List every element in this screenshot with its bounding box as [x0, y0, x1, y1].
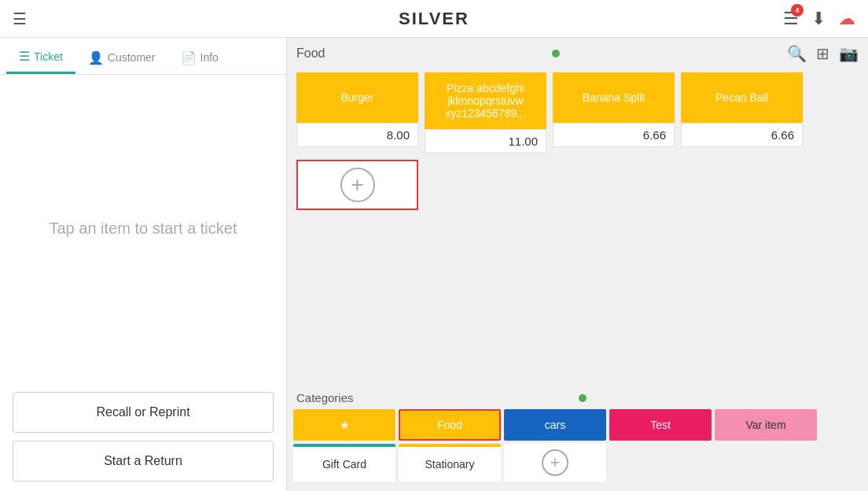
item-pizza-name: Pizza abcdefghi jklmnopqrstuvw xyz123456…: [425, 72, 546, 129]
item-banana[interactable]: Banana Split 6.66: [553, 72, 675, 153]
categories-status-dot: [579, 394, 587, 402]
ticket-icon: ☰: [19, 49, 30, 64]
tabs: ☰ Ticket 👤 Customer 📄 Info: [0, 38, 286, 75]
item-pecan-price: 6.66: [681, 123, 803, 147]
notifications-button[interactable]: ☰ 4: [783, 9, 799, 29]
tab-info-label: Info: [200, 51, 219, 64]
main-content: ☰ Ticket 👤 Customer 📄 Info Tap an item t…: [0, 38, 868, 491]
add-category-button[interactable]: +: [504, 444, 606, 482]
right-panel: Food 🔍 ⊞ 📷 Burger 8.00 Pizza abcdefghi j…: [287, 38, 868, 491]
item-burger-price: 8.00: [296, 123, 418, 147]
info-doc-icon: 📄: [181, 50, 197, 65]
item-pecan[interactable]: Pecan Ball 6.66: [681, 72, 803, 153]
category-var-item[interactable]: Var item: [715, 409, 817, 441]
customer-icon: 👤: [88, 50, 104, 65]
categories-header: Categories: [293, 388, 862, 409]
item-burger-name: Burger: [296, 72, 418, 123]
top-bar-right: ☰ 4 ⬇ ☁: [783, 9, 855, 29]
category-food[interactable]: Food: [399, 409, 501, 441]
cloud-button[interactable]: ☁: [838, 9, 855, 29]
item-banana-price: 6.66: [553, 123, 675, 147]
categories-section: Categories ★ Food cars Test: [287, 385, 868, 491]
item-pizza[interactable]: Pizza abcdefghi jklmnopqrstuvw xyz123456…: [425, 72, 546, 153]
items-spacer: [287, 220, 868, 385]
items-section-header: Food 🔍 ⊞ 📷: [287, 38, 868, 69]
cloud-icon: ☁: [838, 9, 855, 28]
app-title: SILVER: [399, 9, 469, 29]
download-button[interactable]: ⬇: [811, 9, 826, 29]
add-item-button[interactable]: +: [296, 160, 418, 210]
tab-customer-label: Customer: [108, 51, 156, 64]
grid-view-icon[interactable]: ⊞: [816, 44, 829, 63]
ticket-empty-message: Tap an item to start a ticket: [0, 75, 286, 382]
add-item-icon: +: [340, 168, 375, 202]
items-status: [552, 50, 560, 57]
item-pecan-name: Pecan Ball: [681, 72, 803, 123]
items-section-title: Food: [296, 46, 325, 61]
items-header-icons: 🔍 ⊞ 📷: [787, 44, 859, 63]
left-bottom-buttons: Recall or Reprint Start a Return: [0, 382, 286, 491]
categories-title: Categories: [296, 391, 354, 404]
category-cars-label: cars: [545, 419, 565, 431]
category-test-label: Test: [650, 419, 671, 431]
category-favorites[interactable]: ★: [293, 409, 395, 441]
category-gift-card-label: Gift Card: [322, 458, 366, 471]
left-panel: ☰ Ticket 👤 Customer 📄 Info Tap an item t…: [0, 38, 287, 491]
notification-badge: 4: [791, 4, 804, 17]
tab-ticket-label: Ticket: [34, 50, 63, 63]
categories-status: [579, 394, 587, 402]
search-icon[interactable]: 🔍: [787, 44, 807, 63]
items-status-dot: [552, 50, 560, 57]
tab-customer[interactable]: 👤 Customer: [75, 38, 168, 74]
recall-reprint-button[interactable]: Recall or Reprint: [13, 392, 274, 433]
category-gift-card[interactable]: Gift Card: [293, 444, 395, 482]
favorites-star-icon: ★: [340, 419, 350, 431]
top-bar: ☰ SILVER ☰ 4 ⬇ ☁: [0, 0, 868, 38]
category-food-label: Food: [437, 419, 462, 431]
add-category-icon: +: [542, 449, 568, 476]
download-icon: ⬇: [811, 9, 826, 28]
item-burger[interactable]: Burger 8.00: [296, 72, 418, 153]
tab-ticket[interactable]: ☰ Ticket: [6, 38, 75, 74]
item-pizza-price: 11.00: [425, 129, 546, 153]
start-return-button[interactable]: Start a Return: [13, 441, 274, 482]
categories-grid: ★ Food cars Test Var item Gift Card: [293, 409, 862, 488]
hamburger-menu-icon[interactable]: ☰: [13, 9, 27, 28]
category-stationary[interactable]: Stationary: [399, 444, 501, 482]
category-var-item-label: Var item: [745, 419, 785, 431]
category-test[interactable]: Test: [609, 409, 712, 441]
item-banana-name: Banana Split: [553, 72, 675, 123]
category-stationary-label: Stationary: [425, 458, 474, 471]
tab-info[interactable]: 📄 Info: [168, 38, 231, 74]
category-cars[interactable]: cars: [504, 409, 606, 441]
camera-icon[interactable]: 📷: [839, 44, 859, 63]
top-bar-left: ☰: [13, 9, 27, 28]
items-grid: Burger 8.00 Pizza abcdefghi jklmnopqrstu…: [287, 69, 868, 220]
